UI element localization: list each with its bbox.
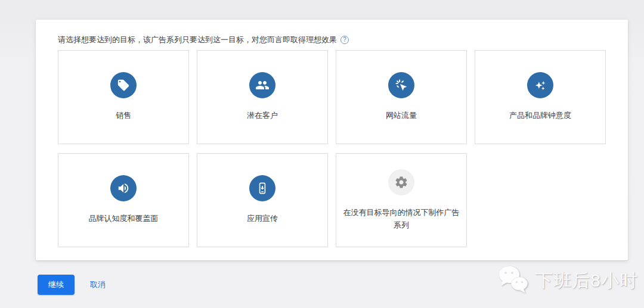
cancel-link[interactable]: 取消 — [90, 279, 106, 290]
goal-card-label: 销售 — [116, 110, 131, 122]
instruction-row: 请选择想要达到的目标，该广告系列只要达到这一目标，对您而言即取得理想效果 ? — [58, 35, 349, 45]
goal-card-label: 潜在客户 — [247, 110, 278, 122]
goal-card-label: 网站流量 — [386, 110, 417, 122]
footer-actions: 继续 取消 — [38, 275, 106, 295]
goal-card-label: 应用宣传 — [247, 213, 278, 225]
phone-download-icon — [249, 175, 275, 201]
goal-card-label: 在没有目标导向的情况下制作广告系列 — [342, 207, 461, 231]
continue-button[interactable]: 继续 — [38, 275, 75, 295]
goal-card-app-promotion[interactable]: 应用宣传 — [197, 153, 328, 247]
tag-icon — [110, 72, 137, 98]
sparkles-icon — [527, 72, 553, 98]
watermark-text: 下班后8小时 — [535, 269, 638, 293]
goal-card-website-traffic[interactable]: 网站流量 — [336, 50, 467, 144]
instruction-text: 请选择想要达到的目标，该广告系列只要达到这一目标，对您而言即取得理想效果 — [58, 35, 337, 45]
speaker-icon — [110, 175, 137, 201]
goal-card-brand-awareness-reach[interactable]: 品牌认知度和覆盖面 — [58, 153, 189, 247]
goal-grid: 销售 潜在客户 — [58, 50, 606, 247]
goal-selection-panel: 请选择想要达到的目标，该广告系列只要达到这一目标，对您而言即取得理想效果 ? 销… — [36, 20, 628, 260]
gear-icon — [388, 169, 414, 195]
goal-card-no-goal-guidance[interactable]: 在没有目标导向的情况下制作广告系列 — [336, 153, 467, 247]
help-icon[interactable]: ? — [340, 36, 349, 44]
goal-card-sales[interactable]: 销售 — [58, 50, 189, 144]
watermark: 下班后8小时 — [497, 265, 638, 297]
goal-card-label: 产品和品牌钟意度 — [509, 110, 571, 122]
goal-card-product-brand-consideration[interactable]: 产品和品牌钟意度 — [475, 50, 606, 144]
wechat-logo-icon — [497, 265, 530, 297]
people-icon — [249, 72, 275, 98]
goal-card-label: 品牌认知度和覆盖面 — [89, 213, 159, 225]
cursor-click-icon — [388, 72, 414, 98]
goal-card-leads[interactable]: 潜在客户 — [197, 50, 328, 144]
